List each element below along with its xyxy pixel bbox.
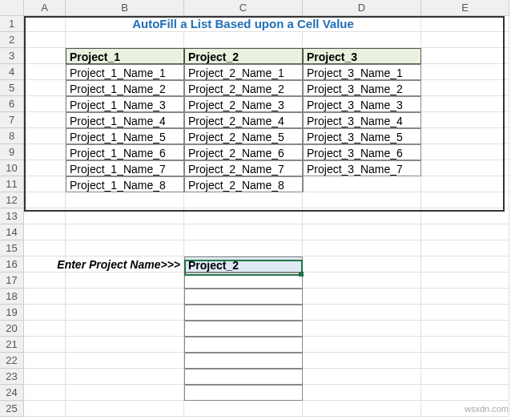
cell-D3[interactable]: Project_3 — [303, 48, 421, 64]
cell-D5[interactable]: Project_3_Name_2 — [303, 80, 421, 96]
cell-E13[interactable] — [421, 208, 509, 224]
cell-D25[interactable] — [303, 401, 421, 417]
cell-E4[interactable] — [421, 64, 509, 80]
select-all-corner[interactable] — [0, 0, 24, 16]
cell-D14[interactable] — [303, 224, 421, 240]
cell-A7[interactable] — [24, 112, 66, 128]
cell-A9[interactable] — [24, 144, 66, 160]
row-header-9[interactable]: 9 — [0, 144, 24, 160]
cell-B14[interactable] — [66, 224, 184, 240]
cell-B9[interactable]: Project_1_Name_6 — [66, 144, 184, 160]
cell-C6[interactable]: Project_2_Name_3 — [184, 96, 303, 112]
cell-A18[interactable] — [24, 289, 66, 305]
row-header-21[interactable]: 21 — [0, 337, 24, 353]
cell-D17[interactable] — [303, 273, 421, 289]
cell-A21[interactable] — [24, 337, 66, 353]
cell-B15[interactable] — [66, 240, 184, 256]
cell-A8[interactable] — [24, 128, 66, 144]
cell-B3[interactable]: Project_1 — [66, 48, 184, 64]
cell-D19[interactable] — [303, 305, 421, 321]
cell-C18[interactable] — [184, 289, 303, 305]
cell-D23[interactable] — [303, 369, 421, 385]
cell-C25[interactable] — [184, 401, 303, 417]
row-header-10[interactable]: 10 — [0, 160, 24, 176]
cell-B13[interactable] — [66, 208, 184, 224]
row-header-16[interactable]: 16 — [0, 256, 24, 273]
cell-B25[interactable] — [66, 401, 184, 417]
cell-E3[interactable] — [421, 48, 509, 64]
cell-E1[interactable] — [421, 16, 509, 32]
cell-B2[interactable] — [66, 32, 184, 48]
cell-D15[interactable] — [303, 240, 421, 256]
row-header-20[interactable]: 20 — [0, 321, 24, 337]
cell-D9[interactable]: Project_3_Name_6 — [303, 144, 421, 160]
cell-A24[interactable] — [24, 385, 66, 401]
cell-A22[interactable] — [24, 353, 66, 369]
cell-B8[interactable]: Project_1_Name_5 — [66, 128, 184, 144]
row-header-19[interactable]: 19 — [0, 305, 24, 321]
cell-A2[interactable] — [24, 32, 66, 48]
cell-C21[interactable] — [184, 337, 303, 353]
cell-B6[interactable]: Project_1_Name_3 — [66, 96, 184, 112]
cell-B17[interactable] — [66, 273, 184, 289]
cell-B5[interactable]: Project_1_Name_2 — [66, 80, 184, 96]
cell-E19[interactable] — [421, 305, 509, 321]
cell-A5[interactable] — [24, 80, 66, 96]
row-header-22[interactable]: 22 — [0, 353, 24, 369]
row-header-5[interactable]: 5 — [0, 80, 24, 96]
cell-C10[interactable]: Project_2_Name_7 — [184, 160, 303, 176]
cell-B12[interactable] — [66, 192, 184, 208]
cell-B20[interactable] — [66, 321, 184, 337]
cell-B4[interactable]: Project_1_Name_1 — [66, 64, 184, 80]
cell-B24[interactable] — [66, 385, 184, 401]
cell-A12[interactable] — [24, 192, 66, 208]
cell-D22[interactable] — [303, 353, 421, 369]
cell-A19[interactable] — [24, 305, 66, 321]
col-header-C[interactable]: C — [184, 0, 303, 16]
cell-A15[interactable] — [24, 240, 66, 256]
cell-C22[interactable] — [184, 353, 303, 369]
cell-A17[interactable] — [24, 273, 66, 289]
cell-D16[interactable] — [303, 256, 421, 273]
cell-C11[interactable]: Project_2_Name_8 — [184, 176, 303, 192]
row-header-11[interactable]: 11 — [0, 176, 24, 192]
cell-E20[interactable] — [421, 321, 509, 337]
cell-E18[interactable] — [421, 289, 509, 305]
cell-B11[interactable]: Project_1_Name_8 — [66, 176, 184, 192]
cell-B23[interactable] — [66, 369, 184, 385]
row-header-3[interactable]: 3 — [0, 48, 24, 64]
cell-A6[interactable] — [24, 96, 66, 112]
cell-C2[interactable] — [184, 32, 303, 48]
cell-E16[interactable] — [421, 256, 509, 273]
cell-D20[interactable] — [303, 321, 421, 337]
col-header-D[interactable]: D — [303, 0, 421, 16]
row-header-18[interactable]: 18 — [0, 289, 24, 305]
cell-D6[interactable]: Project_3_Name_3 — [303, 96, 421, 112]
cell-A11[interactable] — [24, 176, 66, 192]
cell-C17[interactable] — [184, 273, 303, 289]
row-header-24[interactable]: 24 — [0, 385, 24, 401]
cell-C24[interactable] — [184, 385, 303, 401]
cell-D10[interactable]: Project_3_Name_7 — [303, 160, 421, 176]
row-header-1[interactable]: 1 — [0, 16, 24, 32]
cell-C23[interactable] — [184, 369, 303, 385]
cell-E8[interactable] — [421, 128, 509, 144]
spreadsheet-grid[interactable]: A B C D E 1 AutoFill a List Based upon a… — [0, 0, 515, 417]
cell-E9[interactable] — [421, 144, 509, 160]
cell-E17[interactable] — [421, 273, 509, 289]
row-header-4[interactable]: 4 — [0, 64, 24, 80]
row-header-8[interactable]: 8 — [0, 128, 24, 144]
cell-A23[interactable] — [24, 369, 66, 385]
cell-B21[interactable] — [66, 337, 184, 353]
col-header-A[interactable]: A — [24, 0, 66, 16]
cell-D8[interactable]: Project_3_Name_5 — [303, 128, 421, 144]
project-input-cell[interactable]: Project_2 — [184, 256, 303, 273]
row-header-14[interactable]: 14 — [0, 224, 24, 240]
cell-D13[interactable] — [303, 208, 421, 224]
cell-B18[interactable] — [66, 289, 184, 305]
row-header-23[interactable]: 23 — [0, 369, 24, 385]
cell-C5[interactable]: Project_2_Name_2 — [184, 80, 303, 96]
cell-E2[interactable] — [421, 32, 509, 48]
cell-C12[interactable] — [184, 192, 303, 208]
cell-D4[interactable]: Project_3_Name_1 — [303, 64, 421, 80]
